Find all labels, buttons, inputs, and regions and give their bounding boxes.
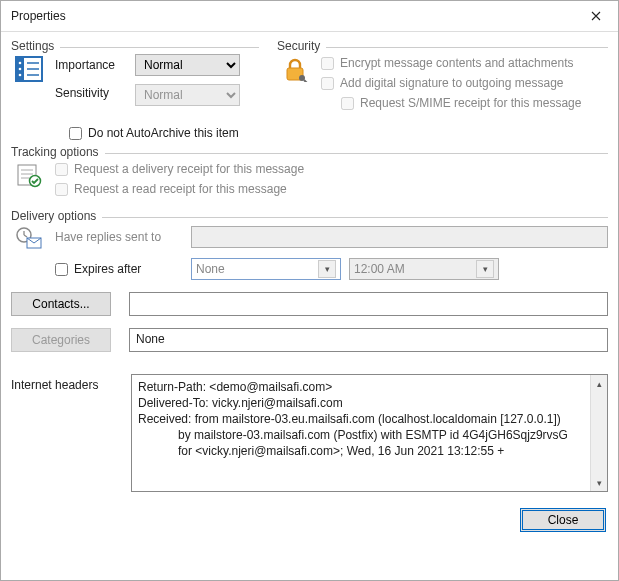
chevron-down-icon: ▾ (476, 260, 494, 278)
expires-date-value: None (196, 262, 225, 276)
expires-checkbox[interactable] (55, 263, 68, 276)
settings-legend: Settings (11, 39, 60, 53)
contacts-field[interactable] (129, 292, 608, 316)
delivery-group: Delivery options Have replies sent to (11, 210, 608, 360)
delivery-receipt-row: Request a delivery receipt for this mess… (55, 162, 304, 176)
no-autoarchive-label: Do not AutoArchive this item (88, 126, 239, 140)
svg-point-4 (19, 74, 22, 77)
tracking-legend: Tracking options (11, 145, 105, 159)
encrypt-checkbox-row: Encrypt message contents and attachments (321, 56, 581, 70)
smime-label: Request S/MIME receipt for this message (360, 96, 581, 110)
expires-row[interactable]: Expires after (55, 262, 183, 276)
encrypt-checkbox (321, 57, 334, 70)
close-button[interactable]: Close (520, 508, 606, 532)
delivery-receipt-checkbox (55, 163, 68, 176)
tracking-group: Tracking options Request a delivery rece… (11, 146, 608, 204)
clock-mail-icon (15, 226, 43, 250)
window-controls (573, 1, 618, 31)
importance-select[interactable]: Normal (135, 54, 240, 76)
categories-field[interactable]: None (129, 328, 608, 352)
scrollbar[interactable]: ▴ ▾ (590, 375, 607, 491)
sensitivity-select: Normal (135, 84, 240, 106)
delivery-receipt-label: Request a delivery receipt for this mess… (74, 162, 304, 176)
svg-point-2 (19, 62, 22, 65)
expires-label: Expires after (74, 262, 141, 276)
internet-headers-box[interactable]: Return-Path: <demo@mailsafi.com> Deliver… (131, 374, 608, 492)
expires-date-combo[interactable]: None ▾ (191, 258, 341, 280)
replies-label: Have replies sent to (55, 230, 183, 244)
lock-icon (282, 56, 308, 82)
importance-label: Importance (55, 58, 127, 72)
settings-group: Settings Importance (11, 40, 259, 118)
sign-checkbox-row: Add digital signature to outgoing messag… (321, 76, 581, 90)
security-group: Security Encrypt message contents and at… (277, 40, 608, 118)
scroll-up-icon[interactable]: ▴ (591, 375, 608, 392)
no-autoarchive-checkbox[interactable] (69, 127, 82, 140)
encrypt-label: Encrypt message contents and attachments (340, 56, 573, 70)
properties-icon (15, 56, 43, 82)
security-legend: Security (277, 39, 326, 53)
smime-checkbox (341, 97, 354, 110)
categories-button: Categories (11, 328, 111, 352)
smime-checkbox-row: Request S/MIME receipt for this message (341, 96, 581, 110)
internet-headers-text: Return-Path: <demo@mailsafi.com> Deliver… (138, 379, 589, 459)
contacts-button[interactable]: Contacts... (11, 292, 111, 316)
expires-time-combo[interactable]: 12:00 AM ▾ (349, 258, 499, 280)
expires-time-value: 12:00 AM (354, 262, 405, 276)
scroll-down-icon[interactable]: ▾ (591, 474, 608, 491)
sign-checkbox (321, 77, 334, 90)
read-receipt-label: Request a read receipt for this message (74, 182, 287, 196)
chevron-down-icon: ▾ (318, 260, 336, 278)
svg-point-3 (19, 68, 22, 71)
sensitivity-label: Sensitivity (55, 86, 127, 100)
window-title: Properties (11, 9, 66, 23)
internet-headers-label: Internet headers (11, 374, 121, 492)
receipt-icon (15, 162, 43, 188)
read-receipt-checkbox (55, 183, 68, 196)
titlebar: Properties (1, 1, 618, 32)
sign-label: Add digital signature to outgoing messag… (340, 76, 563, 90)
internet-headers-row: Internet headers Return-Path: <demo@mail… (11, 374, 608, 492)
delivery-legend: Delivery options (11, 209, 102, 223)
replies-field (191, 226, 608, 248)
read-receipt-row: Request a read receipt for this message (55, 182, 304, 196)
close-window-button[interactable] (573, 1, 618, 31)
close-icon (591, 11, 601, 21)
no-autoarchive-row[interactable]: Do not AutoArchive this item (69, 126, 608, 140)
